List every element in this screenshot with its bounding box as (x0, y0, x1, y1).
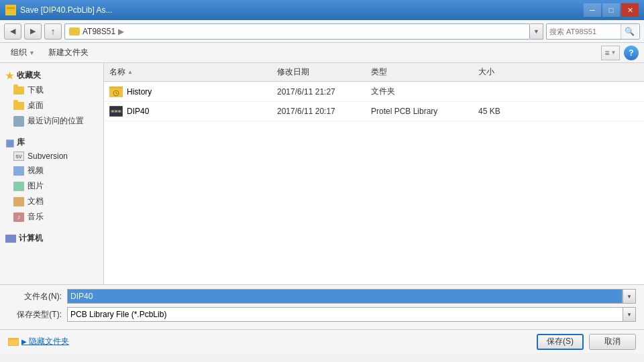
document-icon (13, 197, 24, 206)
show-hidden-section: ▶ 隐藏文件夹 (8, 336, 531, 347)
sidebar-section-library: ▦ 库 (0, 134, 103, 149)
toolbar: 组织 ▼ 新建文件夹 ≡ ▼ ? (0, 43, 644, 63)
search-icon[interactable]: 🔍 (621, 24, 638, 39)
recent-icon (13, 116, 24, 127)
action-bar: ▶ 隐藏文件夹 保存(S) 取消 (0, 329, 644, 353)
cancel-button[interactable]: 取消 (589, 334, 636, 350)
back-button[interactable]: ◀ (4, 23, 21, 40)
path-dropdown-button[interactable]: ▼ (530, 23, 543, 40)
pcb-file-icon (109, 106, 123, 117)
search-input[interactable] (547, 27, 621, 36)
filename-row: 文件名(N): ▼ (8, 289, 636, 304)
title-bar-buttons: ─ □ ✕ (584, 3, 639, 17)
minimize-button[interactable]: ─ (584, 3, 601, 17)
path-chevron: ▶ (118, 27, 124, 36)
sidebar-section-computer: 计算机 (0, 230, 103, 245)
organize-button[interactable]: 组织 ▼ (5, 46, 40, 60)
main-content: ★ 收藏夹 下载 桌面 最近访问的位置 ▦ 库 SV Subversion 视频 (0, 63, 644, 284)
path-text: AT98S51 (83, 27, 115, 36)
svg-point-13 (119, 111, 121, 113)
filename-input[interactable] (67, 289, 623, 304)
star-icon: ★ (5, 70, 14, 81)
music-icon: ♪ (13, 213, 24, 222)
toolbar-right: ≡ ▼ ? (601, 46, 639, 60)
table-row[interactable]: History 2017/6/11 21:27 文件夹 (104, 82, 644, 102)
folder-icon (13, 102, 24, 110)
table-row[interactable]: DIP40 2017/6/11 20:17 Protel PCB Library… (104, 102, 644, 121)
save-button[interactable]: 保存(S) (537, 334, 584, 350)
filename-dropdown-arrow[interactable]: ▼ (623, 289, 636, 304)
new-folder-button[interactable]: 新建文件夹 (43, 46, 94, 60)
filetype-label: 保存类型(T): (8, 309, 62, 320)
sidebar-item-download[interactable]: 下载 (0, 82, 103, 98)
path-bar[interactable]: AT98S51 ▶ (64, 23, 530, 40)
forward-button[interactable]: ▶ (24, 23, 42, 40)
svg-rect-1 (7, 9, 15, 13)
path-folder-icon (69, 27, 80, 36)
sidebar-item-subversion[interactable]: SV Subversion (0, 149, 103, 163)
column-name[interactable]: 名称 ▲ (104, 65, 272, 79)
filename-label: 文件名(N): (8, 291, 62, 302)
video-icon (13, 166, 24, 176)
filetype-select[interactable]: PCB Library File (*.PcbLib) (67, 307, 636, 322)
title-bar-text: Save [DIP40.PcbLib] As... (20, 5, 584, 15)
sidebar-section-favorites: ★ 收藏夹 (0, 67, 103, 82)
file-type: Protel PCB Library (366, 105, 473, 117)
show-hidden-toggle[interactable]: ▶ 隐藏文件夹 (21, 336, 69, 347)
sort-arrow: ▲ (127, 69, 133, 75)
image-icon (13, 182, 24, 191)
svg-rect-15 (8, 338, 13, 340)
close-button[interactable]: ✕ (621, 3, 639, 17)
sidebar-item-music[interactable]: ♪ 音乐 (0, 209, 103, 225)
organize-dropdown-arrow: ▼ (29, 50, 35, 56)
sidebar-item-video[interactable]: 视频 (0, 163, 103, 178)
address-bar: ◀ ▶ ↑ AT98S51 ▶ ▼ 🔍 (0, 20, 644, 43)
triangle-icon: ▶ (21, 338, 27, 345)
sidebar-item-desktop[interactable]: 桌面 (0, 98, 103, 113)
sidebar-item-document[interactable]: 文档 (0, 194, 103, 209)
history-folder-icon (109, 86, 123, 97)
title-bar: Save [DIP40.PcbLib] As... ─ □ ✕ (0, 0, 644, 20)
bottom-bar: 文件名(N): ▼ 保存类型(T): PCB Library File (*.P… (0, 284, 644, 329)
show-hidden-icon (8, 338, 19, 346)
up-button[interactable]: ↑ (44, 23, 62, 40)
view-button[interactable]: ≡ ▼ (601, 46, 620, 60)
file-size: 45 KB (473, 105, 527, 117)
subversion-icon: SV (13, 152, 24, 161)
maximize-button[interactable]: □ (602, 3, 620, 17)
filetype-row: 保存类型(T): PCB Library File (*.PcbLib) ▼ (8, 307, 636, 322)
file-date: 2017/6/11 20:17 (272, 105, 366, 117)
file-list-header: 名称 ▲ 修改日期 类型 大小 (104, 63, 644, 82)
filetype-select-wrap: PCB Library File (*.PcbLib) ▼ (67, 307, 636, 322)
column-type[interactable]: 类型 (366, 65, 473, 79)
svg-point-11 (112, 111, 114, 113)
svg-point-12 (115, 111, 117, 113)
file-type: 文件夹 (366, 84, 473, 99)
help-button[interactable]: ? (624, 46, 639, 60)
file-list: 名称 ▲ 修改日期 类型 大小 (104, 63, 644, 284)
folder-icon (13, 86, 24, 95)
view-dropdown-arrow: ▼ (611, 50, 616, 56)
computer-icon (5, 235, 16, 243)
file-size (473, 90, 527, 93)
svg-rect-16 (9, 340, 18, 345)
sidebar-item-recent[interactable]: 最近访问的位置 (0, 113, 103, 129)
column-size[interactable]: 大小 (473, 65, 527, 79)
title-bar-icon (5, 5, 16, 15)
column-date[interactable]: 修改日期 (272, 65, 366, 79)
sidebar: ★ 收藏夹 下载 桌面 最近访问的位置 ▦ 库 SV Subversion 视频 (0, 63, 104, 284)
library-icon: ▦ (5, 137, 14, 148)
file-date: 2017/6/11 21:27 (272, 86, 366, 98)
sidebar-item-image[interactable]: 图片 (0, 178, 103, 194)
search-bar: 🔍 (546, 23, 640, 40)
